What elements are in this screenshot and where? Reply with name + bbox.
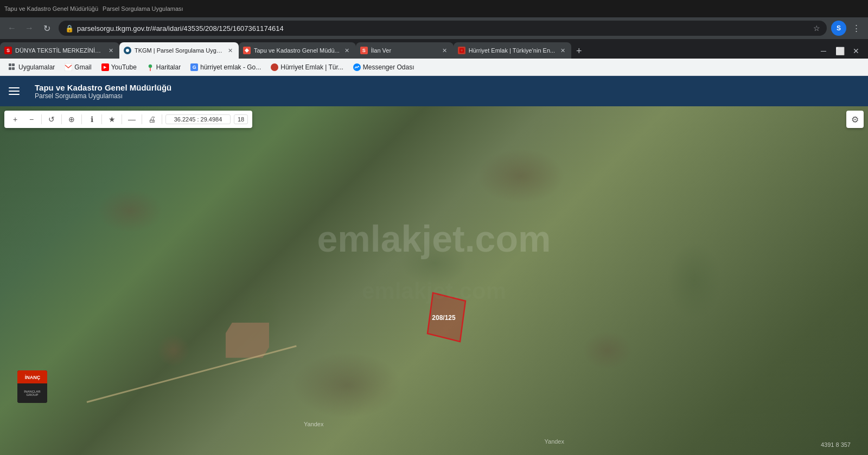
bookmark-hurriyet-emlak[interactable]: Hürriyet Emlak | Tür... xyxy=(266,61,348,74)
app-header-subtitle: Parsel Sorgulama Uygulaması xyxy=(35,92,171,100)
bookmark-gmail-label: Gmail xyxy=(74,63,91,71)
tab5-title: Hürriyet Emlak | Türkiye'nin En... xyxy=(469,47,555,54)
map-zoom-display: 18 xyxy=(234,114,248,124)
os-titlebar: Tapu ve Kadastro Genel Müdürlüğü Parsel … xyxy=(0,0,868,17)
app-header-text: Tapu ve Kadastro Genel Müdürlüğü Parsel … xyxy=(35,83,171,100)
bookmark-youtube[interactable]: YouTube xyxy=(97,61,141,74)
bookmark-star-icon[interactable]: ☆ xyxy=(813,24,820,33)
zoom-in-button[interactable]: + xyxy=(9,113,22,126)
bookmark-apps[interactable]: Uygulamalar xyxy=(4,61,59,74)
back-button[interactable]: ← xyxy=(4,21,20,36)
parcel-label: 208/125 xyxy=(432,314,456,322)
hamburger-line-3 xyxy=(9,94,20,95)
app-header: Tapu ve Kadastro Genel Müdürlüğü Parsel … xyxy=(0,76,868,106)
maps-icon xyxy=(146,63,154,71)
coords-bottom-right: 4391 8 357 xyxy=(821,441,851,448)
map-toolbar: + − ↺ ⊕ ℹ ★ — 🖨 36.2245 : 29.4984 18 xyxy=(4,111,252,128)
tab2-favicon xyxy=(124,47,131,54)
tab1-favicon: S xyxy=(4,47,12,54)
hamburger-menu-button[interactable] xyxy=(9,82,26,100)
os-title: Tapu ve Kadastro Genel Müdürlüğü xyxy=(4,5,98,12)
browser-toolbar: ← → ↻ 🔒 parselsorgu.tkgm.gov.tr/#ara/ida… xyxy=(0,17,868,39)
bookmark-h-label: Hürriyet Emlak | Tür... xyxy=(280,63,343,71)
tab3-close[interactable]: ✕ xyxy=(343,46,352,55)
bookmark-haritalar-label: Haritalar xyxy=(156,63,181,71)
parcel-svg: 208/125 xyxy=(417,287,476,353)
map-settings-button[interactable]: ⚙ xyxy=(846,111,864,128)
os-subtitle: Parsel Sorgulama Uygulaması xyxy=(103,5,183,12)
svg-rect-0 xyxy=(65,63,72,71)
lock-icon: 🔒 xyxy=(65,24,74,33)
bookmark-youtube-label: YouTube xyxy=(111,63,137,71)
zoom-out-button[interactable]: − xyxy=(25,113,38,126)
tab-3[interactable]: Tapu ve Kadastro Genel Müdü... ✕ xyxy=(239,42,356,59)
print-button[interactable]: 🖨 xyxy=(145,113,158,126)
tab4-title: İlan Ver xyxy=(371,47,437,54)
svg-text:İNANÇ: İNANÇ xyxy=(24,375,40,380)
google-icon: G xyxy=(190,63,198,71)
app-header-title: Tapu ve Kadastro Genel Müdürlüğü xyxy=(35,83,171,92)
logo-top: İNANÇ xyxy=(17,370,47,383)
gmail-icon xyxy=(65,63,72,71)
parcel-highlight: 208/125 xyxy=(417,287,476,353)
map-texture xyxy=(0,106,868,455)
tab5-favicon xyxy=(458,47,465,54)
address-text: parselsorgu.tkgm.gov.tr/#ara/idari/43535… xyxy=(77,24,810,33)
browser-right-icons: S ⋮ xyxy=(831,21,864,36)
profile-button[interactable]: S xyxy=(831,21,846,36)
tab5-close[interactable]: ✕ xyxy=(558,46,567,55)
toolbar-divider-7 xyxy=(162,114,162,124)
tab1-close[interactable]: ✕ xyxy=(106,46,115,55)
map-application: Tapu ve Kadastro Genel Müdürlüğü Parsel … xyxy=(0,76,868,455)
rotate-button[interactable]: ↺ xyxy=(45,113,58,126)
logo-area: İNANÇ İNANÇLAR GROUP xyxy=(17,370,47,403)
bookmark-g-label: hürriyet emlak - Go... xyxy=(200,63,261,71)
bookmark-hurriyet-emlak-go[interactable]: G hürriyet emlak - Go... xyxy=(186,61,265,74)
logo-bottom: İNANÇLAR GROUP xyxy=(17,383,47,403)
tab1-title: DÜNYA TEKSTİL MERKEZİNİN... xyxy=(15,47,103,54)
map-building xyxy=(226,323,269,358)
window-controls: ─ ⬜ ✕ xyxy=(816,43,864,59)
toolbar-divider-5 xyxy=(122,114,122,124)
bookmark-m-label: Messenger Odası xyxy=(363,63,414,71)
bookmark-messenger[interactable]: Messenger Odası xyxy=(349,61,419,74)
star-button[interactable]: ★ xyxy=(105,113,118,126)
toolbar-divider-1 xyxy=(41,114,42,124)
tab2-close[interactable]: ✕ xyxy=(226,46,234,55)
address-right-icons: ☆ xyxy=(813,24,820,33)
tab3-favicon xyxy=(243,47,251,54)
tab4-close[interactable]: ✕ xyxy=(441,46,449,55)
tab4-favicon: S xyxy=(360,47,368,54)
bookmark-haritalar[interactable]: Haritalar xyxy=(142,61,185,74)
tab3-title: Tapu ve Kadastro Genel Müdü... xyxy=(254,47,340,54)
refresh-button[interactable]: ↻ xyxy=(39,21,54,36)
messenger-icon xyxy=(353,63,361,71)
tab2-title: TKGM | Parsel Sorgulama Uygı... xyxy=(135,47,222,54)
svg-point-1 xyxy=(149,65,152,68)
tab-4[interactable]: S İlan Ver ✕ xyxy=(356,42,454,59)
close-button[interactable]: ✕ xyxy=(848,43,864,59)
building-shape xyxy=(226,323,269,358)
bookmarks-bar: Uygulamalar Gmail YouTube xyxy=(0,59,868,76)
maximize-button[interactable]: ⬜ xyxy=(832,43,847,59)
address-bar[interactable]: 🔒 parselsorgu.tkgm.gov.tr/#ara/idari/435… xyxy=(59,21,827,36)
hurriyet-icon xyxy=(271,63,278,71)
new-tab-button[interactable]: + xyxy=(571,43,586,59)
info-button[interactable]: ℹ xyxy=(85,113,98,126)
map-container[interactable]: emlakjet.com emlakjet.com 208/125 + − ↺ xyxy=(0,106,868,455)
tab-2[interactable]: TKGM | Parsel Sorgulama Uygı... ✕ xyxy=(119,42,239,59)
tab-5[interactable]: Hürriyet Emlak | Türkiye'nin En... ✕ xyxy=(454,42,571,59)
crosshair-button[interactable]: ⊕ xyxy=(65,113,78,126)
tab-1[interactable]: S DÜNYA TEKSTİL MERKEZİNİN... ✕ xyxy=(0,42,119,59)
youtube-icon xyxy=(101,63,109,71)
toolbar-divider-6 xyxy=(142,114,142,124)
bookmark-gmail[interactable]: Gmail xyxy=(60,61,95,74)
hamburger-line-1 xyxy=(9,87,20,88)
map-label-yandex-2: Yandex xyxy=(545,438,565,445)
forward-button[interactable]: → xyxy=(22,21,37,36)
toolbar-divider-3 xyxy=(81,114,82,124)
minus-tool-button[interactable]: — xyxy=(125,113,138,126)
bookmark-apps-label: Uygulamalar xyxy=(18,63,55,71)
more-button[interactable]: ⋮ xyxy=(848,21,864,36)
minimize-button[interactable]: ─ xyxy=(816,43,831,59)
